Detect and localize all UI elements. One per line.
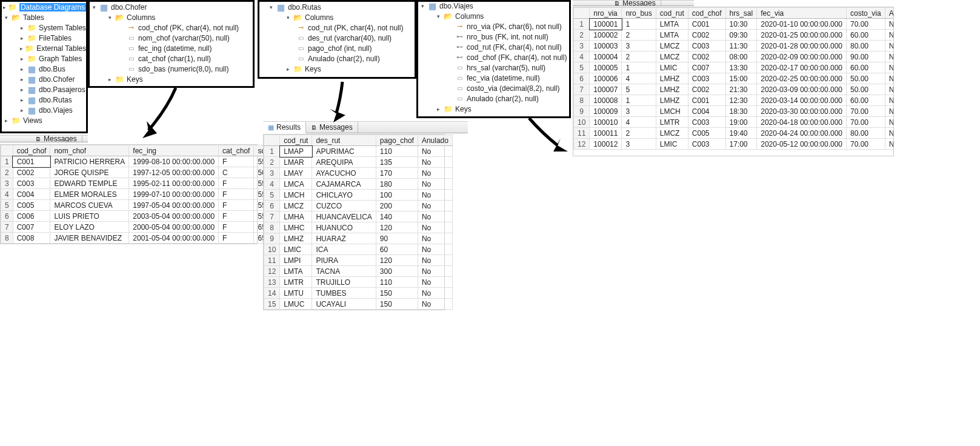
collapse-icon[interactable]: ▾ [268, 4, 275, 10]
cell[interactable]: 11:30 [725, 41, 757, 52]
cell[interactable]: 2 [622, 128, 656, 139]
cell[interactable]: F [219, 233, 254, 244]
cell[interactable]: F [219, 222, 254, 233]
cell[interactable]: No [418, 168, 452, 179]
tree-column[interactable]: Anulado (char(2), null) [259, 53, 415, 64]
cell[interactable]: 60 [376, 244, 418, 255]
cell[interactable]: C007 [13, 222, 50, 233]
cell[interactable]: 15:00 [725, 73, 757, 84]
tree-column[interactable]: nom_chof (varchar(50), null) [90, 33, 253, 43]
cell[interactable]: No [418, 211, 452, 222]
cell[interactable]: 1 [622, 19, 656, 30]
cell[interactable]: No [885, 139, 894, 150]
cell[interactable]: PIURA [312, 255, 376, 266]
column-header[interactable]: nro_via [590, 8, 622, 19]
cell[interactable]: No [885, 84, 894, 95]
cell[interactable]: No [885, 62, 894, 73]
cell[interactable]: 5 [622, 84, 656, 95]
cell[interactable]: 110 [376, 277, 418, 288]
table-row[interactable]: 13LMTRTRUJILLO110No [264, 277, 453, 288]
cell[interactable]: 70.00 [847, 106, 885, 117]
cell[interactable]: C007 [688, 62, 725, 73]
expand-icon[interactable]: ▸ [19, 35, 25, 41]
table-row[interactable]: 3LMAYAYACUCHO170No [264, 168, 453, 179]
row-number[interactable]: 15 [264, 299, 280, 310]
collapse-icon[interactable]: ▾ [285, 14, 292, 21]
row-number[interactable]: 8 [1, 233, 13, 244]
row-number[interactable]: 11 [264, 255, 280, 266]
table-row[interactable]: 15LMUCUCAYALI150No [264, 299, 453, 310]
tree-column[interactable]: cod_chof (FK, char(4), not null) [418, 52, 569, 62]
cell[interactable]: LMHA [280, 211, 312, 222]
row-number[interactable]: 14 [264, 288, 280, 299]
row-number[interactable]: 6 [1, 211, 13, 222]
cell[interactable]: No [418, 222, 452, 233]
tree-column[interactable]: fec_ing (datetime, null) [90, 43, 253, 53]
cell[interactable]: 80.00 [847, 128, 885, 139]
cell[interactable]: C003 [688, 117, 725, 128]
cell[interactable]: 90 [376, 233, 418, 244]
cell[interactable]: 3 [622, 41, 656, 52]
cell[interactable]: CAJAMARCA [312, 179, 376, 190]
cell[interactable]: 4 [622, 117, 656, 128]
expand-icon[interactable]: ▸ [19, 107, 25, 113]
row-number[interactable]: 3 [574, 41, 590, 52]
cell[interactable]: UCAYALI [312, 299, 376, 310]
cell[interactable]: 90.00 [847, 52, 885, 62]
tree-column[interactable]: nro_bus (FK, int, not null) [418, 32, 569, 42]
cell[interactable]: C003 [688, 41, 725, 52]
cell[interactable]: 2020-02-17 00:00:00.000 [757, 62, 847, 73]
table-row[interactable]: 12LMTATACNA300No [264, 266, 453, 277]
table-row[interactable]: 7LMHAHUANCAVELICA140No [264, 211, 453, 222]
cell[interactable]: No [885, 128, 894, 139]
table-row[interactable]: 4C004ELMER MORALES1999-07-10 00:00:00.00… [1, 189, 290, 200]
cell[interactable]: 50.00 [847, 84, 885, 95]
table-row[interactable]: 8C008JAVIER BENAVIDEZ2001-05-04 00:00:00… [1, 233, 290, 244]
cell[interactable]: LMHC [280, 222, 312, 233]
collapse-icon[interactable]: ▾ [91, 4, 98, 10]
cell[interactable]: 150 [376, 299, 418, 310]
cell[interactable]: 100008 [590, 95, 622, 106]
table-row[interactable]: 7C007ELOY LAZO2000-05-04 00:00:00.000F65… [1, 222, 290, 233]
cell[interactable]: 60.00 [847, 62, 885, 73]
cell[interactable]: LMHZ [280, 233, 312, 244]
cell[interactable]: MARCOS CUEVA [50, 200, 129, 211]
results-grid-chofer[interactable]: cod_chofnom_choffec_ingcat_chofsdo_bas1C… [0, 144, 258, 244]
cell[interactable]: No [885, 95, 894, 106]
row-number[interactable]: 9 [264, 233, 280, 244]
table-row[interactable]: 41000042LMCZC00208:002020-02-09 00:00:00… [574, 52, 895, 62]
cell[interactable]: No [418, 244, 452, 255]
tree-columns[interactable]: ▾ Columns [418, 11, 569, 21]
cell[interactable]: 2 [622, 30, 656, 41]
cell[interactable]: No [885, 41, 894, 52]
cell[interactable]: No [418, 288, 452, 299]
row-number[interactable]: 1 [1, 156, 13, 167]
column-header[interactable]: nom_chof [50, 145, 129, 156]
cell[interactable]: No [418, 277, 452, 288]
column-header[interactable]: pago_chof [376, 135, 418, 146]
cell[interactable]: 1999-07-10 00:00:00.000 [129, 189, 219, 200]
cell[interactable]: C001 [688, 19, 725, 30]
cell[interactable]: LMAP [280, 146, 312, 157]
cell[interactable]: 1 [622, 62, 656, 73]
cell[interactable]: LMIC [280, 244, 312, 255]
table-row[interactable]: 8LMHCHUANUCO120No [264, 222, 453, 233]
tree-column[interactable]: cat_chof (char(1), null) [90, 53, 253, 64]
table-row[interactable]: 2LMARAREQUIPA135No [264, 157, 453, 168]
table-row[interactable]: 6LMCZCUZCO200No [264, 201, 453, 211]
cell[interactable]: 80.00 [847, 41, 885, 52]
collapse-icon[interactable]: ▾ [3, 14, 10, 21]
cell[interactable]: 60.00 [847, 95, 885, 106]
tree-user-table[interactable]: ▸ dbo.Rutas [2, 95, 86, 105]
cell[interactable]: LMTA [656, 19, 688, 30]
column-header[interactable]: hrs_sal [725, 8, 757, 19]
cell[interactable]: 2020-01-25 00:00:00.000 [757, 30, 847, 41]
tree-columns[interactable]: ▾ Columns [90, 12, 253, 22]
cell[interactable]: 1995-02-11 00:00:00.000 [129, 178, 219, 189]
cell[interactable]: JORGE QUISPE [50, 167, 129, 178]
cell[interactable]: LMHZ [656, 73, 688, 84]
cell[interactable]: 2020-02-25 00:00:00.000 [757, 73, 847, 84]
cell[interactable]: LMCZ [656, 52, 688, 62]
tree-column[interactable]: Anulado (char(2), null) [418, 93, 569, 104]
table-row[interactable]: 71000075LMHZC00221:302020-03-09 00:00:00… [574, 84, 895, 95]
